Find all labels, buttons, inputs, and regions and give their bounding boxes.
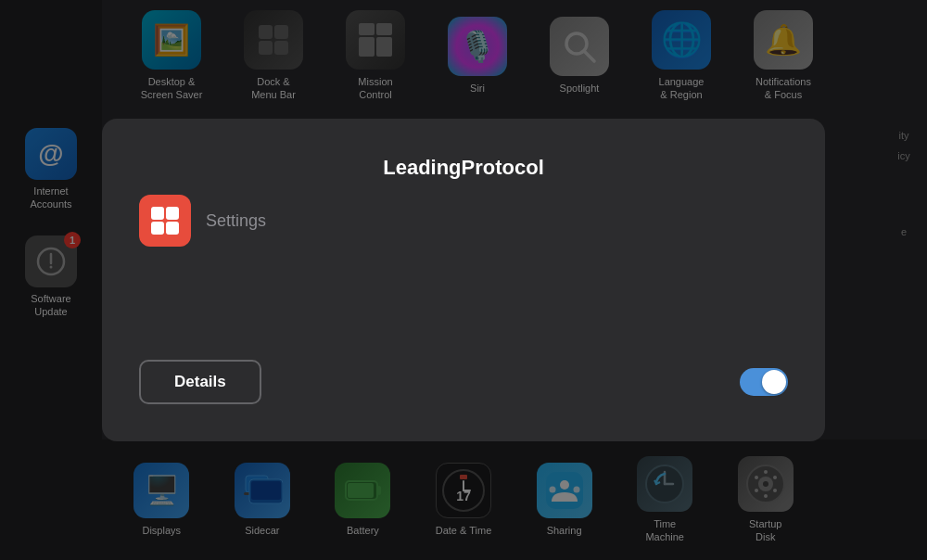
modal-subtitle: Settings: [206, 211, 266, 231]
toggle-knob: [762, 370, 786, 394]
modal-toggle[interactable]: [740, 368, 788, 396]
svg-rect-45: [151, 207, 164, 220]
modal-dialog: LeadingProtocol Settings Details: [102, 119, 825, 441]
modal-content-row: Settings: [139, 195, 788, 247]
modal-footer: Details: [139, 360, 788, 404]
modal-overlay: LeadingProtocol Settings Details: [0, 0, 927, 560]
svg-rect-48: [166, 222, 179, 235]
svg-rect-46: [166, 207, 179, 220]
modal-app-icon: [139, 195, 191, 247]
details-button[interactable]: Details: [139, 360, 261, 404]
modal-spacer: [139, 261, 788, 336]
svg-rect-47: [151, 222, 164, 235]
modal-title: LeadingProtocol: [139, 156, 788, 180]
